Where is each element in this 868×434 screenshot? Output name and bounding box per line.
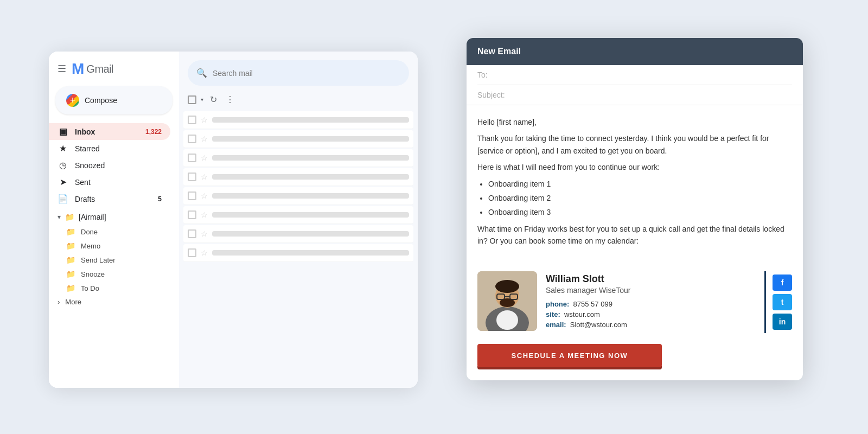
email-star-icon[interactable]: ☆ xyxy=(201,248,208,257)
email-preview-bar xyxy=(212,174,409,180)
sig-title: Sales manager WiseTour xyxy=(546,286,756,295)
email-star-icon[interactable]: ☆ xyxy=(201,116,208,124)
folder-child-memo[interactable]: 📁 Memo xyxy=(58,239,179,253)
email-star-icon[interactable]: ☆ xyxy=(201,135,208,143)
sig-phone: phone: 8755 57 099 xyxy=(546,300,756,308)
folder-send-later-label: Send Later xyxy=(81,256,116,264)
folder-parent-airmail[interactable]: ▾ 📁 [Airmail] xyxy=(49,209,179,225)
gmail-main: 🔍 ▾ ↻ ⋮ ☆ ☆ ☆ xyxy=(179,52,418,388)
folder-child-todo[interactable]: 📁 To Do xyxy=(58,281,179,295)
compose-button[interactable]: + Compose xyxy=(55,86,173,114)
select-chevron-icon[interactable]: ▾ xyxy=(201,97,203,103)
email-row[interactable]: ☆ xyxy=(183,149,413,167)
email-row[interactable]: ☆ xyxy=(183,130,413,148)
email-checkbox[interactable] xyxy=(188,210,196,219)
sig-social: f t in xyxy=(764,271,792,333)
folder-snooze-label: Snooze xyxy=(81,270,105,278)
folder-memo-icon: 📁 xyxy=(66,241,75,250)
email-row[interactable]: ☆ xyxy=(183,168,413,186)
nav-item-drafts[interactable]: 📄 Drafts 5 xyxy=(49,190,170,207)
email-checkbox[interactable] xyxy=(188,229,196,238)
snoozed-label: Snoozed xyxy=(75,161,105,170)
select-all-checkbox[interactable] xyxy=(188,95,196,104)
email-list: ☆ ☆ ☆ ☆ ☆ xyxy=(179,111,418,388)
compose-plus-icon: + xyxy=(66,94,79,107)
email-star-icon[interactable]: ☆ xyxy=(201,154,208,162)
compose-subject-field[interactable]: Subject: xyxy=(477,85,792,105)
folder-child-done[interactable]: 📁 Done xyxy=(58,225,179,239)
gmail-wordmark: Gmail xyxy=(86,63,113,75)
sent-icon: ➤ xyxy=(58,177,68,187)
compose-fields: To: Subject: xyxy=(467,65,803,105)
compose-body: Hello [first name], Thank you for taking… xyxy=(467,105,803,263)
twitter-button[interactable]: t xyxy=(773,294,792,310)
email-compose-window: New Email To: Subject: Hello [first name… xyxy=(467,38,803,380)
email-row[interactable]: ☆ xyxy=(183,225,413,243)
search-bar[interactable]: 🔍 xyxy=(188,60,409,86)
starred-icon: ★ xyxy=(58,143,68,154)
nav-item-inbox[interactable]: ▣ Inbox 1,322 xyxy=(49,123,170,140)
email-preview-bar xyxy=(212,231,409,237)
facebook-button[interactable]: f xyxy=(773,275,792,291)
email-row[interactable]: ☆ xyxy=(183,206,413,224)
compose-to-field[interactable]: To: xyxy=(477,65,792,85)
email-row[interactable]: ☆ xyxy=(183,187,413,205)
gmail-m-logo: M xyxy=(72,60,84,78)
inbox-icon: ▣ xyxy=(58,126,68,137)
folder-child-send-later[interactable]: 📁 Send Later xyxy=(58,253,179,267)
email-preview-bar xyxy=(212,136,409,142)
list-item-1: Onboarding item 1 xyxy=(488,178,792,190)
email-preview-bar xyxy=(212,250,409,256)
gmail-window: ☰ M Gmail + Compose ▣ Inbox 1,322 ★ Star… xyxy=(49,52,418,388)
email-star-icon[interactable]: ☆ xyxy=(201,173,208,181)
schedule-meeting-button[interactable]: SCHEDULE A MEETING NOW xyxy=(477,344,662,367)
inbox-badge: 1,322 xyxy=(145,128,162,136)
inbox-label: Inbox xyxy=(75,127,95,136)
nav-item-starred[interactable]: ★ Starred xyxy=(49,140,170,157)
sig-site: site: wstour.com xyxy=(546,310,756,318)
phone-value: 8755 57 099 xyxy=(573,300,612,308)
body-line3: What time on Friday works best for you t… xyxy=(477,223,792,247)
drafts-badge: 5 xyxy=(158,195,162,203)
gmail-logo: M Gmail xyxy=(72,60,113,78)
search-input[interactable] xyxy=(213,69,400,78)
more-item[interactable]: › More xyxy=(49,295,179,309)
list-item-3: Onboarding item 3 xyxy=(488,206,792,218)
email-checkbox[interactable] xyxy=(188,135,196,143)
starred-label: Starred xyxy=(75,144,100,153)
folder-send-later-icon: 📁 xyxy=(66,256,75,264)
more-options-button[interactable]: ⋮ xyxy=(224,92,237,107)
email-checkbox[interactable] xyxy=(188,173,196,181)
sent-label: Sent xyxy=(75,178,91,187)
signature-block: William Slott Sales manager WiseTour pho… xyxy=(477,271,792,333)
site-label: site: xyxy=(546,310,560,318)
email-checkbox[interactable] xyxy=(188,116,196,124)
email-row[interactable]: ☆ xyxy=(183,111,413,129)
nav-item-snoozed[interactable]: ◷ Snoozed xyxy=(49,157,170,174)
folder-child-snooze[interactable]: 📁 Snooze xyxy=(58,267,179,281)
email-star-icon[interactable]: ☆ xyxy=(201,229,208,238)
gmail-header: ☰ M Gmail xyxy=(49,60,179,86)
refresh-button[interactable]: ↻ xyxy=(208,92,219,107)
nav-item-sent[interactable]: ➤ Sent xyxy=(49,174,170,190)
email-star-icon[interactable]: ☆ xyxy=(201,210,208,219)
drafts-icon: 📄 xyxy=(58,194,68,204)
email-checkbox[interactable] xyxy=(188,154,196,162)
email-checkbox[interactable] xyxy=(188,192,196,200)
folder-icon: 📁 xyxy=(65,213,74,221)
email-checkbox[interactable] xyxy=(188,248,196,257)
folder-children: 📁 Done 📁 Memo 📁 Send Later 📁 Snooze 📁 xyxy=(49,225,179,295)
folder-todo-label: To Do xyxy=(81,284,99,292)
site-value: wstour.com xyxy=(564,310,600,318)
gmail-sidebar: ☰ M Gmail + Compose ▣ Inbox 1,322 ★ Star… xyxy=(49,52,179,388)
folder-done-label: Done xyxy=(81,228,98,236)
svg-point-2 xyxy=(496,310,518,330)
more-chevron-icon: › xyxy=(58,298,60,306)
hamburger-icon[interactable]: ☰ xyxy=(58,63,66,75)
sig-name: William Slott xyxy=(546,273,756,285)
email-row[interactable]: ☆ xyxy=(183,244,413,262)
twitter-icon: t xyxy=(781,298,784,307)
svg-point-4 xyxy=(495,280,519,293)
linkedin-button[interactable]: in xyxy=(773,314,792,330)
email-star-icon[interactable]: ☆ xyxy=(201,192,208,200)
